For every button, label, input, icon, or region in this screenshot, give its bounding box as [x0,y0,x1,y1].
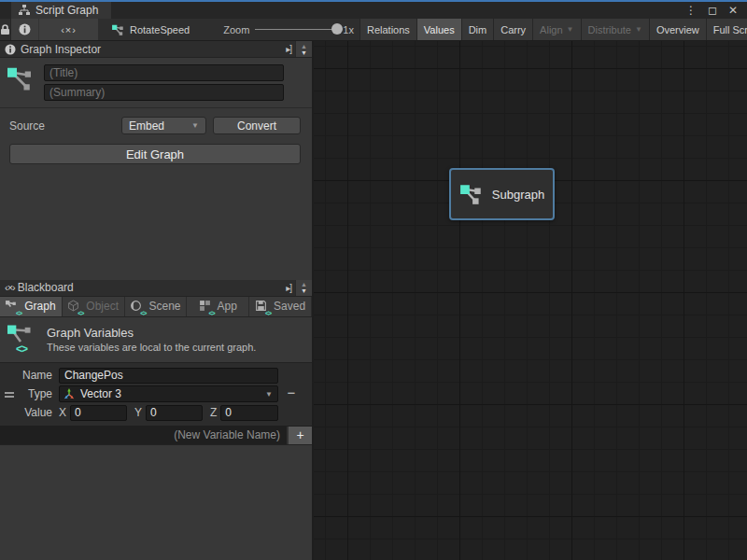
info-icon [5,44,16,55]
titlebar: Script Graph ⋮ ◻ ✕ [0,2,747,19]
zoom-value: 1x [343,24,354,35]
inspector-empty-area [0,164,312,280]
graph-icon [7,64,35,92]
panel-title: Blackboard [18,281,74,294]
zoom-slider-thumb[interactable] [331,23,343,35]
source-row: Source Embed ▼ Convert [0,108,312,136]
y-value-input[interactable] [146,405,203,421]
scroll-up-icon[interactable]: ▲ [301,43,307,49]
variable-row-group: Name Type V [0,362,312,427]
summary-field[interactable] [44,84,284,101]
panel-title: Graph Inspector [21,43,101,56]
inspector-toggle-button[interactable] [11,19,38,40]
graph-hierarchy-icon [19,5,30,16]
new-variable-input[interactable] [0,427,287,444]
graph-inspector-header: Graph Inspector ▸] ▲ ▼ [0,41,312,58]
code-brackets-icon: ‹×› [61,24,77,35]
scroll-arrows[interactable]: ▲ ▼ [295,280,312,296]
fullscreen-button[interactable]: Full Screen [706,19,747,40]
toolbar: ‹×› RotateSpeed Zoom 1x Relations Values… [0,19,747,41]
scroll-up-icon[interactable]: ▲ [301,281,307,287]
title-field[interactable] [44,64,284,81]
carry-button[interactable]: Carry [493,19,532,40]
tab-scene[interactable]: <> Scene [125,297,188,316]
align-dropdown[interactable]: Align▼ [532,19,580,40]
x-value-input[interactable] [70,405,127,421]
variable-name-input[interactable] [59,368,278,384]
toolbar-view-buttons: Relations Values Dim Carry Align▼ Distri… [359,19,747,40]
variable-value-row: Value X Y Z [0,404,312,422]
x-axis-label: X [59,406,66,419]
section-title: Graph Variables [47,326,256,340]
variable-type-dropdown[interactable]: Vector 3 ▼ [59,385,278,402]
variable-type-row: Type Vector 3 ▼ [0,385,312,403]
zoom-label: Zoom [223,24,249,35]
graph-meta-section [0,58,312,105]
close-icon[interactable]: ✕ [728,4,738,17]
script-graph-window: Script Graph ⋮ ◻ ✕ ‹×› [0,0,747,560]
z-value-input[interactable] [220,405,278,421]
lock-button[interactable] [0,19,11,40]
graph-variables-info: <> Graph Variables These variables are l… [0,317,312,362]
chevron-down-icon: ▼ [265,390,273,399]
sidebar-panel: Graph Inspector ▸] ▲ ▼ [0,41,314,560]
source-label: Source [9,119,121,133]
add-variable-button[interactable]: + [287,427,312,444]
variable-name-row: Name [0,367,312,385]
value-label: Value [0,406,52,419]
window-menu-icon[interactable]: ⋮ [685,4,697,17]
graph-breadcrumb[interactable]: RotateSpeed [98,19,199,40]
scene-icon: <> [130,300,144,314]
overview-button[interactable]: Overview [649,19,706,40]
tab-saved[interactable]: <> Saved [249,297,312,316]
chevron-down-icon: ▼ [191,121,199,130]
dock-icon[interactable]: ▸] [282,41,295,57]
graph-canvas[interactable]: Subgraph [314,41,747,560]
zoom-slider[interactable] [255,29,337,30]
zoom-control: Zoom 1x [199,19,359,40]
remove-variable-button[interactable]: − [282,386,301,401]
name-label: Name [0,369,52,382]
lock-icon [0,24,10,35]
code-brackets-icon: ‹×› [5,282,15,293]
subgraph-node[interactable]: Subgraph [449,168,555,220]
new-variable-row: + [0,427,312,445]
source-dropdown[interactable]: Embed ▼ [121,117,206,134]
app-grid-icon: <> [199,300,213,314]
distribute-dropdown[interactable]: Distribute▼ [581,19,649,40]
tab-label: Script Graph [35,4,98,17]
maximize-icon[interactable]: ◻ [708,4,717,17]
relations-button[interactable]: Relations [359,19,416,40]
dim-button[interactable]: Dim [461,19,494,40]
blackboard-toggle-button[interactable]: ‹×› [38,19,98,40]
dock-icon[interactable]: ▸] [282,280,295,296]
section-subtitle: These variables are local to the current… [47,342,256,353]
edit-graph-button[interactable]: Edit Graph [9,144,301,164]
vector3-icon [63,387,76,400]
chevron-down-icon: ▼ [567,25,574,34]
scroll-arrows[interactable]: ▲ ▼ [295,41,312,57]
blackboard-tabs: <> Graph <> Object [0,297,312,317]
z-axis-label: Z [210,406,217,419]
toolbar-group: ‹×› [11,19,98,40]
y-axis-label: Y [134,406,142,419]
graph-icon [111,23,125,36]
scroll-down-icon[interactable]: ▼ [301,49,307,56]
blackboard-header: ‹×› Blackboard ▸] ▲ ▼ [0,280,312,297]
convert-button[interactable]: Convert [213,117,301,134]
main-area: Graph Inspector ▸] ▲ ▼ [0,41,747,560]
graph-variables-icon: <> [7,324,37,356]
scroll-down-icon[interactable]: ▼ [301,287,307,294]
tab-object[interactable]: <> Object [63,297,125,316]
graph-name-label: RotateSpeed [130,24,190,35]
values-button[interactable]: Values [416,19,461,40]
tab-script-graph[interactable]: Script Graph [11,2,111,19]
info-icon [19,23,31,35]
drag-handle[interactable] [5,390,14,399]
tab-graph[interactable]: <> Graph [0,297,63,316]
floppy-disk-icon: <> [255,300,269,314]
window-controls: ⋮ ◻ ✕ [685,2,747,19]
tab-app[interactable]: <> App [187,297,249,316]
graph-icon [459,182,484,206]
chevron-down-icon: ▼ [635,25,642,34]
